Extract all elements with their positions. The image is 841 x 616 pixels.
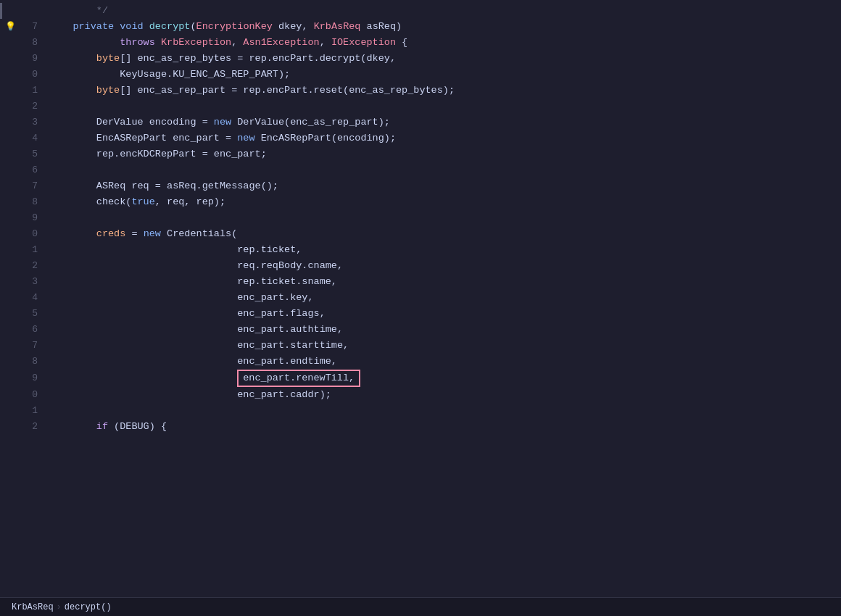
line-gutter: 3 — [0, 274, 44, 290]
code-line: 1 byte[] enc_as_rep_part = rep.encPart.r… — [0, 83, 841, 99]
line-content[interactable]: rep.ticket.sname, — [44, 274, 841, 290]
line-number: 6 — [17, 162, 38, 178]
code-token — [49, 53, 96, 64]
code-token: rep.ticket, — [49, 244, 302, 255]
code-token: enc_part.authtime, — [49, 324, 343, 335]
code-line: 0 creds = new Credentials( — [0, 226, 841, 242]
line-gutter: 8 — [0, 194, 44, 210]
code-token: byte — [96, 53, 120, 64]
line-number: 1 — [17, 242, 38, 258]
code-token: DerValue encoding = — [49, 117, 214, 128]
code-token: decrypt — [149, 21, 191, 32]
line-gutter: 1 — [0, 83, 44, 99]
code-line: 5 enc_part.flags, — [0, 306, 841, 322]
code-line: 2 if (DEBUG) { — [0, 419, 841, 435]
line-gutter: 8 — [0, 354, 44, 370]
line-gutter: 4 — [0, 290, 44, 306]
code-line: 💡7 private void decrypt(EncryptionKey dk… — [0, 19, 841, 35]
code-line: 5 rep.encKDCRepPart = enc_part; — [0, 146, 841, 162]
line-content[interactable]: if (DEBUG) { — [44, 419, 841, 435]
line-content[interactable]: check(true, req, rep); — [44, 194, 841, 210]
line-content[interactable]: rep.ticket, — [44, 242, 841, 258]
breadcrumb-class[interactable]: KrbAsReq — [12, 602, 54, 612]
code-token: req.reqBody.cname, — [49, 260, 343, 271]
line-content[interactable]: DerValue encoding = new DerValue(enc_as_… — [44, 115, 841, 130]
code-token: , req, rep); — [155, 196, 225, 207]
code-indent — [49, 372, 237, 383]
code-token: creds — [96, 228, 126, 239]
line-content[interactable]: creds = new Credentials( — [44, 226, 841, 242]
line-gutter: 3 — [0, 115, 44, 130]
code-token: enc_part.starttime, — [49, 340, 349, 351]
code-line: 3 rep.ticket.sname, — [0, 274, 841, 290]
line-number: 0 — [17, 387, 38, 403]
line-content[interactable]: enc_part.authtime, — [44, 322, 841, 338]
line-content[interactable]: enc_part.caddr); — [44, 387, 841, 403]
code-token: asReq) — [360, 21, 402, 32]
code-token: KeyUsage.KU_ENC_AS_REP_PART); — [49, 69, 290, 80]
code-line: 6 — [0, 162, 841, 178]
bookmark-indicator — [0, 3, 2, 19]
line-number: 7 — [17, 19, 38, 35]
code-line: 2 — [0, 99, 841, 115]
line-content[interactable]: enc_part.starttime, — [44, 338, 841, 354]
line-content[interactable]: throws KrbException, Asn1Exception, IOEx… — [44, 35, 841, 51]
code-token — [49, 21, 72, 32]
line-gutter: 4 — [0, 130, 44, 146]
line-number: 8 — [17, 194, 38, 210]
code-token: enc_part.key, — [49, 292, 314, 303]
code-token: byte — [96, 85, 120, 96]
editor-container: */💡7 private void decrypt(EncryptionKey … — [0, 0, 841, 616]
code-token: new — [237, 133, 254, 143]
code-token: Credentials( — [161, 228, 237, 239]
code-line: 7 ASReq req = asReq.getMessage(); — [0, 178, 841, 194]
line-number: 9 — [17, 210, 38, 226]
code-token: KrbException — [161, 37, 231, 48]
line-gutter: 💡7 — [0, 19, 44, 35]
line-gutter: 7 — [0, 338, 44, 354]
hint-bulb-icon[interactable]: 💡 — [5, 19, 16, 35]
code-token — [49, 228, 96, 239]
line-content[interactable]: req.reqBody.cname, — [44, 258, 841, 274]
code-token: = — [125, 228, 143, 239]
line-content[interactable] — [44, 210, 841, 226]
code-token: rep.encKDCRepPart = enc_part; — [49, 149, 267, 159]
code-token: , — [231, 37, 243, 48]
code-line: 8 throws KrbException, Asn1Exception, IO… — [0, 35, 841, 51]
code-line: 1 — [0, 403, 841, 419]
line-content[interactable]: rep.encKDCRepPart = enc_part; — [44, 146, 841, 162]
line-content[interactable] — [44, 162, 841, 178]
line-number: 9 — [17, 51, 38, 67]
code-line: 0 KeyUsage.KU_ENC_AS_REP_PART); — [0, 67, 841, 83]
line-content[interactable] — [44, 99, 841, 115]
line-gutter: 0 — [0, 67, 44, 83]
code-token: throws — [120, 37, 155, 48]
code-line: 7 enc_part.starttime, — [0, 338, 841, 354]
line-content[interactable]: ASReq req = asReq.getMessage(); — [44, 178, 841, 194]
line-number: 0 — [17, 67, 38, 83]
code-token — [49, 85, 96, 96]
breadcrumb-method[interactable]: decrypt() — [65, 602, 112, 612]
code-token: enc_part.endtime, — [49, 356, 337, 367]
code-line: 0 enc_part.caddr); — [0, 387, 841, 403]
line-content[interactable]: enc_part.key, — [44, 290, 841, 306]
line-content[interactable]: enc_part.endtime, — [44, 354, 841, 370]
line-content[interactable]: byte[] enc_as_rep_bytes = rep.encPart.de… — [44, 51, 841, 67]
line-content[interactable]: private void decrypt(EncryptionKey dkey,… — [44, 19, 841, 35]
code-line: 4 enc_part.key, — [0, 290, 841, 306]
line-content[interactable]: EncASRepPart enc_part = new EncASRepPart… — [44, 130, 841, 146]
code-line: 6 enc_part.authtime, — [0, 322, 841, 338]
line-number: 4 — [17, 130, 38, 146]
line-content[interactable]: enc_part.flags, — [44, 306, 841, 322]
line-gutter: 2 — [0, 99, 44, 115]
comment-line[interactable]: */ — [44, 3, 841, 19]
line-content[interactable]: byte[] enc_as_rep_part = rep.encPart.res… — [44, 83, 841, 99]
line-gutter: 5 — [0, 306, 44, 322]
line-number: 3 — [17, 115, 38, 130]
line-content[interactable] — [44, 403, 841, 419]
code-token: if — [96, 421, 108, 432]
line-content[interactable]: enc_part.renewTill, — [44, 370, 841, 387]
line-content[interactable]: KeyUsage.KU_ENC_AS_REP_PART); — [44, 67, 841, 83]
line-number: 2 — [17, 419, 38, 435]
line-gutter: 1 — [0, 403, 44, 419]
